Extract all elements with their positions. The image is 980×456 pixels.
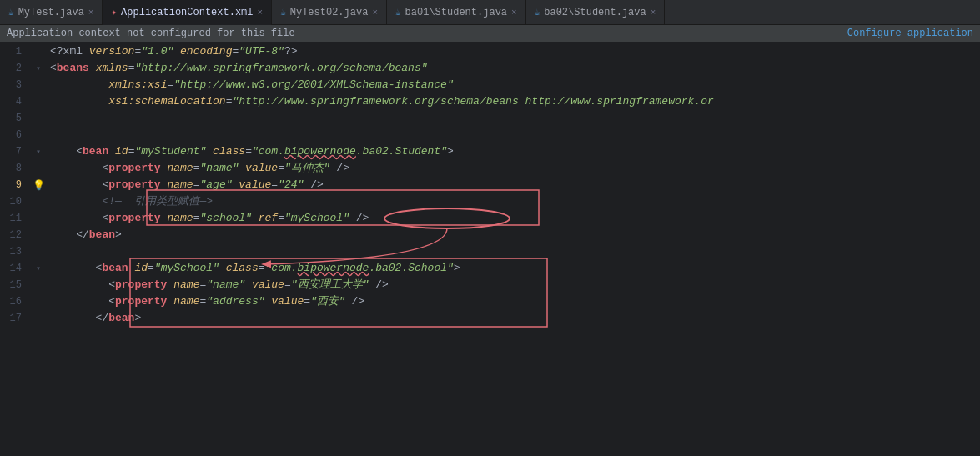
close-icon[interactable]: ×: [88, 8, 94, 18]
tab-ba02student[interactable]: ☕ ba02\Student.java ×: [526, 0, 666, 25]
fold-icon-7[interactable]: ▾: [36, 147, 41, 157]
code-line-8: <property name="name" value="马仲杰" />: [50, 160, 980, 177]
gutter-5: [30, 110, 47, 127]
line-num-10: 10: [7, 193, 22, 210]
fold-icon-14[interactable]: ▾: [36, 263, 41, 273]
code-line-4: xsi:schemaLocation="http://www.springfra…: [50, 93, 980, 110]
gutter-17: [30, 310, 47, 327]
xml-icon: ✦: [111, 7, 117, 18]
tab-label: ba02\Student.java: [544, 7, 646, 18]
app-window: ☕ MyTest.java × ✦ ApplicationContext.xml…: [0, 0, 980, 456]
gutter-12: [30, 227, 47, 243]
gutter-13: [30, 243, 47, 260]
code-area: <?xml version="1.0" encoding="UTF-8"?> <…: [47, 42, 980, 448]
gutter-9: 💡: [30, 177, 47, 193]
line-num-3: 3: [7, 77, 22, 93]
code-line-10: <!— 引用类型赋值—>: [50, 193, 980, 210]
gutter-8: [30, 160, 47, 177]
gutter-7: ▾: [30, 143, 47, 160]
code-line-13: [50, 243, 980, 260]
gutter-11: [30, 210, 47, 227]
line-num-12: 12: [7, 227, 22, 243]
tab-ba01student[interactable]: ☕ ba01\Student.java ×: [387, 0, 526, 25]
code-line-7: <bean id="myStudent" class="com.bipowern…: [50, 143, 980, 160]
configure-link[interactable]: Configure application: [847, 28, 973, 39]
tab-label: MyTest02.java: [290, 7, 369, 18]
line-num-17: 17: [7, 310, 22, 327]
close-icon[interactable]: ×: [651, 8, 656, 18]
line-num-8: 8: [7, 160, 22, 177]
tab-bar: ☕ MyTest.java × ✦ ApplicationContext.xml…: [0, 0, 980, 25]
code-line-16: <property name="address" value="西安" />: [50, 293, 980, 310]
gutter-15: [30, 277, 47, 293]
info-message: Application context not configured for t…: [7, 28, 295, 39]
gutter-6: [30, 127, 47, 143]
gutter-10: [30, 193, 47, 210]
line-num-6: 6: [7, 127, 22, 143]
code-line-1: <?xml version="1.0" encoding="UTF-8"?>: [50, 43, 980, 60]
line-num-14: 14: [7, 260, 22, 277]
close-icon[interactable]: ×: [511, 8, 517, 18]
editor: 1 2 3 4 5 6 7 8 9 10 11 12 13 14 15 16 1…: [0, 42, 980, 448]
bulb-icon-9[interactable]: 💡: [33, 179, 45, 192]
tab-label: ApplicationContext.xml: [121, 7, 253, 18]
code-line-17: </bean>: [50, 310, 980, 327]
tab-appcontext[interactable]: ✦ ApplicationContext.xml ×: [103, 0, 272, 25]
code-line-14: <bean id="mySchool" class="com.bipowerno…: [50, 260, 980, 277]
tab-label: MyTest.java: [18, 7, 84, 18]
code-line-11: <property name="school" ref="mySchool" /…: [50, 210, 980, 227]
line-num-9: 9: [7, 177, 22, 193]
tab-mytest02java[interactable]: ☕ MyTest02.java ×: [272, 0, 387, 25]
line-num-7: 7: [7, 143, 22, 160]
java-icon: ☕: [280, 7, 286, 18]
line-num-4: 4: [7, 93, 22, 110]
java-icon: ☕: [8, 7, 14, 18]
tab-label: ba01\Student.java: [405, 7, 507, 18]
code-line-3: xmlns:xsi="http://www.w3.org/2001/XMLSch…: [50, 77, 980, 93]
code-line-6: [50, 127, 980, 143]
fold-icon-2[interactable]: ▾: [36, 63, 41, 73]
java-icon: ☕: [535, 7, 540, 18]
close-icon[interactable]: ×: [258, 8, 264, 18]
gutter: ▾ ▾ 💡 ▾: [30, 42, 47, 448]
close-icon[interactable]: ×: [372, 8, 378, 18]
gutter-14: ▾: [30, 260, 47, 277]
line-num-11: 11: [7, 210, 22, 227]
gutter-4: [30, 93, 47, 110]
line-num-13: 13: [7, 243, 22, 260]
code-line-5: [50, 110, 980, 127]
code-line-9: <property name="age" value="24" />: [50, 177, 980, 193]
tab-mytestjava[interactable]: ☕ MyTest.java ×: [0, 0, 103, 25]
line-num-15: 15: [7, 277, 22, 293]
gutter-1: [30, 43, 47, 60]
code-line-12: </bean>: [50, 227, 980, 243]
gutter-16: [30, 293, 47, 310]
code-line-15: <property name="name" value="西安理工大学" />: [50, 277, 980, 293]
gutter-2: ▾: [30, 60, 47, 77]
line-num-16: 16: [7, 293, 22, 310]
line-num-1: 1: [7, 43, 22, 60]
line-num-5: 5: [7, 110, 22, 127]
java-icon: ☕: [395, 7, 401, 18]
line-num-2: 2: [7, 60, 22, 77]
gutter-3: [30, 77, 47, 93]
line-numbers: 1 2 3 4 5 6 7 8 9 10 11 12 13 14 15 16 1…: [0, 42, 30, 448]
code-line-2: <beans xmlns="http://www.springframework…: [50, 60, 980, 77]
info-bar: Application context not configured for t…: [0, 25, 980, 42]
